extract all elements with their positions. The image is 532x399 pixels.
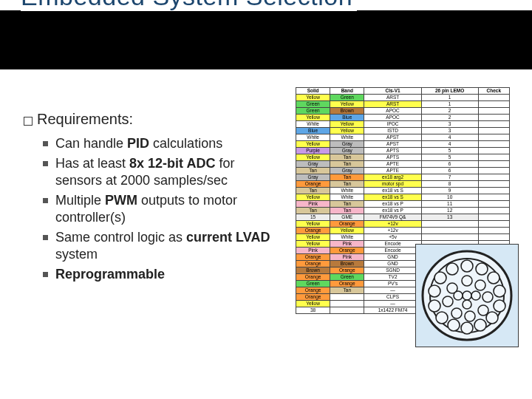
table-cell: Blue xyxy=(296,128,330,134)
table-row: YellowGreenARST1 xyxy=(296,95,510,101)
table-cell xyxy=(478,121,509,128)
table-cell: Green xyxy=(296,108,330,115)
table-cell: APTS xyxy=(364,154,421,161)
svg-point-14 xyxy=(434,272,446,284)
list-item-text: Can handle PID calculations xyxy=(55,135,222,152)
table-cell: 5 xyxy=(421,148,478,154)
table-cell: Brown xyxy=(330,261,364,267)
table-cell: Yellow xyxy=(330,228,364,234)
table-cell xyxy=(478,148,509,154)
table-cell xyxy=(478,134,509,141)
table-cell: Purple xyxy=(296,148,330,154)
svg-point-17 xyxy=(475,280,485,290)
table-cell: White xyxy=(296,121,330,128)
table-cell: GME xyxy=(330,214,364,221)
table-cell: GND xyxy=(364,261,421,267)
svg-point-16 xyxy=(462,276,472,286)
list-item: Reprogrammable xyxy=(43,266,275,283)
column-header: Solid xyxy=(296,88,330,95)
table-cell xyxy=(478,108,509,115)
table-cell: APTE xyxy=(364,161,421,168)
table-cell: Gray xyxy=(296,161,330,168)
svg-point-25 xyxy=(471,291,480,300)
table-cell: Brown xyxy=(296,267,330,274)
svg-point-12 xyxy=(429,300,440,312)
table-row: BlueYellowISTD3 xyxy=(296,128,510,134)
table-cell: +5v xyxy=(364,234,421,241)
svg-point-24 xyxy=(463,291,471,300)
table-cell: Orange xyxy=(330,248,364,254)
table-cell: White xyxy=(296,134,330,141)
table-cell: White xyxy=(330,234,364,241)
table-row: YellowWhite+5v xyxy=(296,234,510,241)
table-cell: Blue xyxy=(330,115,364,121)
svg-point-10 xyxy=(448,319,460,331)
column-header: Cls-V1 xyxy=(364,88,421,95)
svg-point-20 xyxy=(465,311,475,321)
table-cell: Tan xyxy=(296,168,330,174)
hollow-square-icon xyxy=(24,117,33,126)
table-cell: Gray xyxy=(330,148,364,154)
table-cell xyxy=(478,214,509,221)
table-cell: Gray xyxy=(330,168,364,174)
table-cell: FM74V9 Q& xyxy=(364,214,421,221)
table-cell: 2 xyxy=(421,115,478,121)
table-cell: Yellow xyxy=(330,121,364,128)
table-cell xyxy=(330,294,364,301)
table-cell: Orange xyxy=(296,274,330,281)
table-row: OrangeTanmotor spd8 xyxy=(296,181,510,188)
table-cell xyxy=(478,234,509,241)
table-cell: 3 xyxy=(421,128,478,134)
connector-icon xyxy=(420,248,514,343)
table-cell: Gray xyxy=(330,141,364,148)
table-cell: 6 xyxy=(421,168,478,174)
table-cell: Tan xyxy=(296,188,330,194)
table-row: OrangeYellow+12v xyxy=(296,228,510,234)
svg-point-4 xyxy=(488,272,499,284)
table-cell xyxy=(478,95,509,101)
table-cell: Tan xyxy=(296,208,330,214)
table-cell: 13 xyxy=(421,214,478,221)
table-cell: CLPS xyxy=(364,294,421,301)
table-cell: Orange xyxy=(330,221,364,228)
table-cell xyxy=(478,194,509,201)
table-cell: Green xyxy=(296,101,330,108)
svg-point-19 xyxy=(478,305,488,316)
table-cell xyxy=(478,181,509,188)
column-header: Check xyxy=(478,88,509,95)
table-cell: 1x1422 FM74 xyxy=(364,307,421,314)
table-cell: Pink xyxy=(330,241,364,248)
table-cell: Yellow xyxy=(296,234,330,241)
table-cell: IPOC xyxy=(364,121,421,128)
table-cell: Tan xyxy=(330,208,364,214)
table-cell: Pink xyxy=(296,201,330,208)
table-cell: Yellow xyxy=(330,128,364,134)
table-header-row: SolidBandCls-V126 pin LEMOCheck xyxy=(296,88,510,95)
filled-square-icon xyxy=(43,141,48,146)
connector-diagram xyxy=(415,244,519,347)
table-row: YellowOrange+12v xyxy=(296,221,510,228)
table-cell: 9 xyxy=(421,188,478,194)
svg-point-6 xyxy=(494,300,505,312)
table-cell xyxy=(478,174,509,181)
table-cell: 2 xyxy=(421,108,478,115)
table-row: YellowTanAPTS5 xyxy=(296,154,510,161)
list-item: Multiple PWM outputs to motor controller… xyxy=(43,192,275,226)
column-header: 26 pin LEMO xyxy=(421,88,478,95)
svg-point-18 xyxy=(482,292,493,302)
requirements-block: Requirements: Can handle PID calculation… xyxy=(24,111,275,286)
svg-point-2 xyxy=(461,260,473,272)
svg-point-3 xyxy=(476,263,488,275)
table-cell: Tan xyxy=(330,154,364,161)
table-cell: ex18 vs P xyxy=(364,201,421,208)
table-cell: SGND xyxy=(364,267,421,274)
table-cell: Gray xyxy=(296,174,330,181)
table-cell: 3 xyxy=(421,121,478,128)
list-item: Can handle PID calculations xyxy=(43,135,275,152)
table-cell xyxy=(478,168,509,174)
table-cell: motor spd xyxy=(364,181,421,188)
table-cell xyxy=(478,208,509,214)
filled-square-icon xyxy=(43,272,48,277)
table-cell: Yellow xyxy=(296,115,330,121)
svg-point-13 xyxy=(429,285,440,297)
